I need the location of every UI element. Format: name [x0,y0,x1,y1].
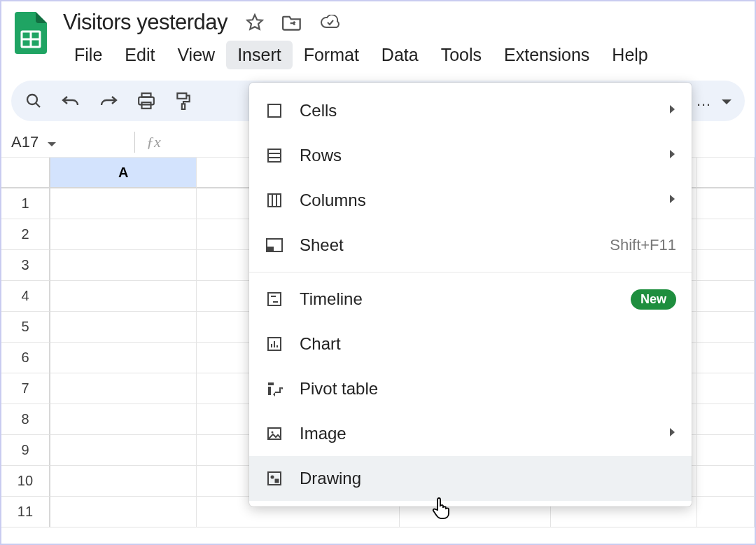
svg-rect-18 [268,293,281,305]
svg-rect-13 [268,194,281,207]
name-box-value: A17 [11,133,38,151]
submenu-arrow-icon [668,194,676,207]
menu-item-label: Sheet [300,235,344,255]
svg-line-4 [36,103,40,107]
svg-rect-26 [268,387,271,395]
menu-item-label: Rows [300,146,342,165]
cell[interactable] [697,281,755,312]
cell[interactable] [50,188,197,219]
sheets-logo[interactable] [11,8,50,57]
menu-item-rows[interactable]: Rows [249,133,692,178]
menu-item-pivot-table[interactable]: Pivot table [249,366,692,411]
cell[interactable] [697,219,755,250]
row-header[interactable]: 2 [1,219,50,250]
cell[interactable] [50,497,197,527]
submenu-arrow-icon [668,427,676,440]
square-icon [265,102,284,119]
menu-help[interactable]: Help [601,41,659,69]
menu-data[interactable]: Data [370,41,430,69]
column-header[interactable] [697,158,755,188]
pivot-icon [265,380,284,397]
cell[interactable] [697,404,755,435]
menubar: File Edit View Insert Format Data Tools … [63,41,745,69]
row-header[interactable]: 8 [1,404,50,435]
menu-item-drawing[interactable]: Drawing [249,456,692,501]
menu-tools[interactable]: Tools [430,41,493,69]
cell[interactable] [50,281,197,312]
cell[interactable] [697,188,755,219]
drawing-icon [265,470,284,487]
cell[interactable] [697,250,755,281]
row-header[interactable]: 1 [1,188,50,219]
menu-item-sheet[interactable]: SheetShift+F11 [249,223,692,268]
search-icon[interactable] [25,92,42,109]
menu-item-label: Columns [300,191,366,210]
redo-icon[interactable] [99,94,118,108]
row-header[interactable]: 10 [1,466,50,497]
cell[interactable] [50,219,197,250]
cell[interactable] [50,404,197,435]
chevron-down-icon[interactable] [721,92,732,110]
column-header[interactable]: A [50,158,197,188]
svg-point-3 [27,95,37,104]
cell[interactable] [697,373,755,404]
submenu-arrow-icon [668,149,676,162]
row-header[interactable]: 11 [1,497,50,527]
row-header[interactable]: 4 [1,281,50,312]
document-title[interactable]: Visitors yesterday [63,10,227,35]
menu-file[interactable]: File [63,41,113,69]
toolbar-overflow[interactable]: … [696,92,711,110]
divider [249,272,692,272]
cell[interactable] [50,312,197,343]
star-icon[interactable] [246,13,264,32]
menu-edit[interactable]: Edit [113,41,166,69]
cell[interactable] [50,250,197,281]
row-header[interactable]: 5 [1,312,50,343]
print-icon[interactable] [137,92,155,109]
row-header[interactable]: 7 [1,373,50,404]
cell[interactable] [697,435,755,466]
svg-rect-31 [275,479,279,483]
svg-rect-9 [268,104,281,117]
paint-format-icon[interactable] [175,92,192,110]
row-header[interactable]: 6 [1,343,50,373]
menu-insert[interactable]: Insert [226,41,293,69]
cell[interactable] [697,343,755,373]
select-all-corner[interactable] [1,158,50,188]
move-folder-icon[interactable] [282,14,302,31]
menu-item-label: Cells [300,101,337,120]
chart-icon [265,336,284,352]
fx-icon[interactable]: ƒx [146,133,161,151]
name-box[interactable]: A17 [11,133,123,151]
menu-item-label: Image [300,424,346,443]
menu-item-label: Drawing [300,469,361,488]
menu-view[interactable]: View [166,41,226,69]
menu-item-chart[interactable]: Chart [249,322,692,366]
cell[interactable] [697,312,755,343]
svg-point-28 [272,432,274,434]
chevron-down-icon[interactable] [47,133,57,151]
row-header[interactable]: 3 [1,250,50,281]
svg-rect-17 [267,247,273,251]
cell[interactable] [50,435,197,466]
menu-item-image[interactable]: Image [249,411,692,456]
cloud-status-icon[interactable] [320,15,341,30]
cell[interactable] [50,343,197,373]
menu-item-columns[interactable]: Columns [249,178,692,223]
undo-icon[interactable] [62,94,80,108]
svg-rect-25 [268,382,274,385]
svg-rect-10 [268,149,281,162]
menu-extensions[interactable]: Extensions [493,41,601,69]
svg-rect-8 [182,104,185,109]
menu-item-cells[interactable]: Cells [249,88,692,133]
menu-item-timeline[interactable]: TimelineNew [249,277,692,322]
new-badge: New [631,289,676,310]
menu-format[interactable]: Format [293,41,370,69]
cell[interactable] [697,497,755,527]
rows-icon [265,147,284,164]
menu-shortcut: Shift+F11 [610,236,676,254]
cell[interactable] [697,466,755,497]
cell[interactable] [50,466,197,497]
row-header[interactable]: 9 [1,435,50,466]
cell[interactable] [50,373,197,404]
